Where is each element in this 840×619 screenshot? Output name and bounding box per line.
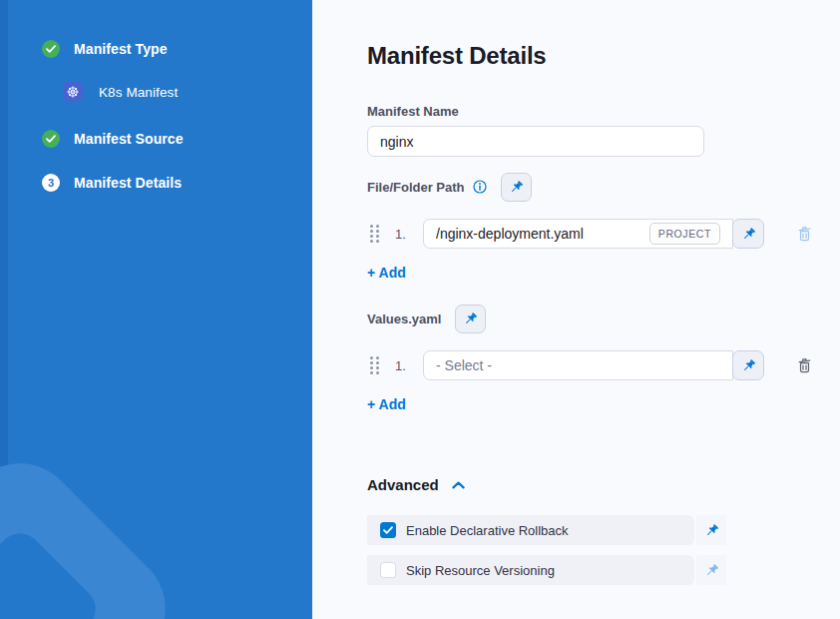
pushpin-icon[interactable] — [696, 515, 726, 545]
scope-badge: PROJECT — [649, 223, 720, 245]
step-label: Manifest Source — [74, 131, 184, 147]
checkbox[interactable] — [380, 562, 396, 578]
check-circle-icon — [42, 40, 60, 58]
option-bar: Skip Resource Versioning — [367, 555, 694, 585]
step-number-badge: 3 — [42, 174, 60, 192]
option-row-skip-resource-versioning: Skip Resource Versioning — [367, 555, 726, 585]
values-yaml-label-row: Values.yaml — [367, 304, 486, 333]
pushpin-icon[interactable] — [732, 219, 764, 249]
wizard-sidebar: Manifest Type K8s Manifest Manifest Sour… — [0, 0, 312, 619]
harness-logo-watermark — [0, 439, 190, 619]
add-values-file-button[interactable]: + Add — [367, 396, 406, 412]
kubernetes-wheel-icon — [63, 82, 83, 102]
option-row-declarative-rollback: Enable Declarative Rollback — [367, 515, 726, 545]
chevron-up-icon — [451, 480, 466, 490]
option-label: Skip Resource Versioning — [406, 563, 555, 578]
drag-handle-icon[interactable] — [370, 225, 379, 243]
manifest-details-panel: Manifest Details Manifest Name File/Fold… — [312, 0, 840, 619]
sidebar-step-manifest-type[interactable]: Manifest Type — [42, 40, 168, 58]
info-circle-icon[interactable] — [473, 180, 487, 194]
row-index: 1. — [395, 227, 411, 242]
trash-icon[interactable] — [796, 225, 813, 243]
step-label: Manifest Type — [74, 41, 168, 57]
option-label: Enable Declarative Rollback — [406, 523, 569, 538]
page-title: Manifest Details — [367, 42, 547, 70]
pushpin-icon[interactable] — [501, 173, 532, 202]
sidebar-step-k8s-manifest[interactable]: K8s Manifest — [63, 82, 178, 102]
pushpin-icon[interactable] — [455, 305, 486, 333]
values-file-row: 1. - Select - — [367, 350, 813, 380]
trash-icon[interactable] — [796, 356, 813, 374]
manifest-name-input[interactable] — [367, 126, 704, 157]
option-bar: Enable Declarative Rollback — [367, 515, 694, 545]
drag-handle-icon[interactable] — [370, 356, 379, 374]
file-folder-path-label-row: File/Folder Path — [367, 172, 532, 202]
step-label: K8s Manifest — [99, 85, 178, 100]
sidebar-step-manifest-source[interactable]: Manifest Source — [42, 130, 184, 148]
values-yaml-label: Values.yaml — [367, 311, 441, 326]
values-file-select[interactable]: - Select - — [423, 350, 733, 380]
step-label: Manifest Details — [74, 175, 182, 191]
app-window: Manifest Type K8s Manifest Manifest Sour… — [0, 0, 840, 619]
add-file-path-button[interactable]: + Add — [367, 265, 406, 281]
advanced-section-toggle[interactable]: Advanced — [367, 476, 466, 493]
check-circle-icon — [42, 130, 60, 148]
manifest-name-label: Manifest Name — [367, 104, 459, 119]
file-folder-path-label: File/Folder Path — [367, 180, 465, 195]
file-path-row: 1. PROJECT — [367, 219, 813, 249]
checkbox[interactable] — [380, 522, 396, 538]
row-index: 1. — [395, 358, 411, 373]
sidebar-step-manifest-details[interactable]: 3 Manifest Details — [42, 174, 182, 192]
advanced-label: Advanced — [367, 476, 439, 493]
pushpin-icon[interactable] — [732, 350, 764, 380]
pushpin-icon[interactable] — [696, 555, 726, 585]
